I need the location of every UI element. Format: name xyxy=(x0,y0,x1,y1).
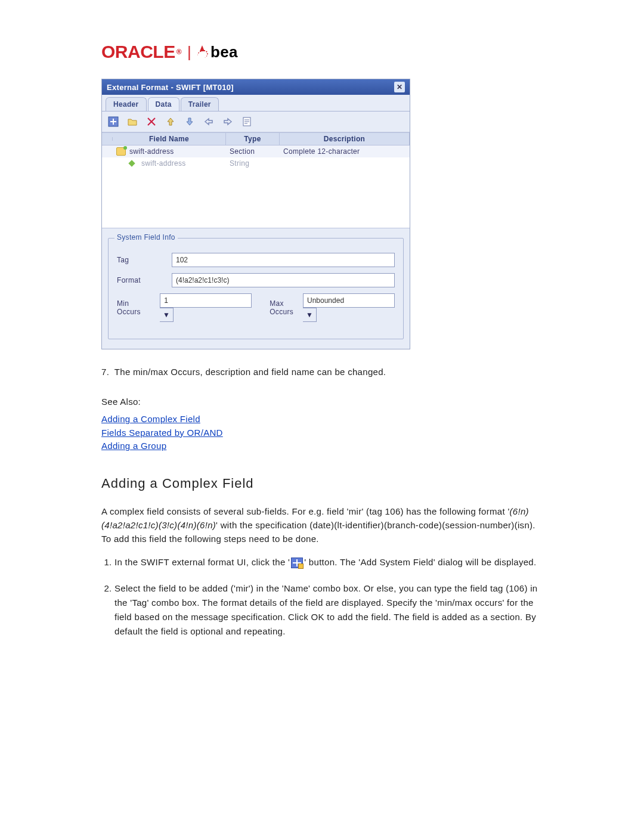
arrow-right-icon[interactable] xyxy=(221,115,234,128)
table-row[interactable]: swift-address String xyxy=(102,157,410,169)
tab-trailer[interactable]: Trailer xyxy=(181,97,219,111)
delete-icon[interactable] xyxy=(145,115,158,128)
folder-icon[interactable] xyxy=(126,115,139,128)
add-system-field-icon xyxy=(291,558,303,568)
bea-logo: bea xyxy=(197,43,238,61)
col-description: Description xyxy=(280,133,410,145)
bea-mark-icon xyxy=(197,45,209,58)
tag-label: Tag xyxy=(117,256,172,264)
steps-list: In the SWIFT external format UI, click t… xyxy=(101,555,543,639)
logo-row: ORACLE® | bea xyxy=(101,42,543,62)
step-1: In the SWIFT external format UI, click t… xyxy=(114,555,543,569)
panel-title: External Format - SWIFT [MT010] xyxy=(107,83,234,92)
step-2: Select the field to be added ('mir') in … xyxy=(114,581,543,639)
tag-input[interactable] xyxy=(172,253,395,267)
properties-icon[interactable] xyxy=(240,115,253,128)
section-icon xyxy=(116,147,126,156)
external-format-panel: External Format - SWIFT [MT010] ✕ Header… xyxy=(101,79,410,349)
heading-adding-complex-field: Adding a Complex Field xyxy=(101,476,543,491)
fieldset-legend: System Field Info xyxy=(114,233,178,241)
see-also-links: Adding a Complex Field Fields Separated … xyxy=(101,413,543,453)
max-occurs-input[interactable] xyxy=(303,293,395,308)
link-fields-or-and[interactable]: Fields Separated by OR/AND xyxy=(101,426,543,440)
collapse-icon[interactable]: ✕ xyxy=(394,82,405,92)
table-row[interactable]: swift-address Section Complete 12-charac… xyxy=(102,145,410,157)
panel-titlebar: External Format - SWIFT [MT010] ✕ xyxy=(102,79,410,95)
para-intro: A complex field consists of several sub-… xyxy=(101,504,543,546)
min-occurs-label: Min Occurs xyxy=(117,299,150,316)
min-occurs-input[interactable] xyxy=(160,293,252,308)
tab-header[interactable]: Header xyxy=(106,97,147,111)
arrow-left-icon[interactable] xyxy=(202,115,215,128)
see-also-label: See Also: xyxy=(101,397,543,407)
add-field-icon[interactable] xyxy=(107,115,120,128)
step-7: 7. The min/max Occurs, description and f… xyxy=(101,365,543,379)
link-adding-group[interactable]: Adding a Group xyxy=(101,439,543,453)
arrow-down-icon[interactable] xyxy=(183,115,196,128)
panel-tabs: Header Data Trailer xyxy=(102,95,410,112)
arrow-up-icon[interactable] xyxy=(164,115,177,128)
format-input[interactable] xyxy=(172,273,395,287)
field-icon xyxy=(128,160,135,166)
logo-separator: | xyxy=(187,43,191,61)
chevron-down-icon[interactable]: ▼ xyxy=(303,308,317,322)
col-field-name: Field Name xyxy=(113,133,226,145)
link-adding-complex-field[interactable]: Adding a Complex Field xyxy=(101,413,543,426)
grid-body: swift-address Section Complete 12-charac… xyxy=(102,145,410,228)
grid-header: Field Name Type Description xyxy=(102,132,410,145)
chevron-down-icon[interactable]: ▼ xyxy=(160,308,174,322)
format-label: Format xyxy=(117,276,172,284)
col-type: Type xyxy=(226,133,280,145)
oracle-logo: ORACLE® xyxy=(101,42,181,62)
tab-data[interactable]: Data xyxy=(148,97,179,111)
system-field-info: System Field Info Tag Format Min Occurs … xyxy=(108,238,404,339)
max-occurs-label: Max Occurs xyxy=(270,299,293,316)
panel-toolbar xyxy=(102,112,410,132)
